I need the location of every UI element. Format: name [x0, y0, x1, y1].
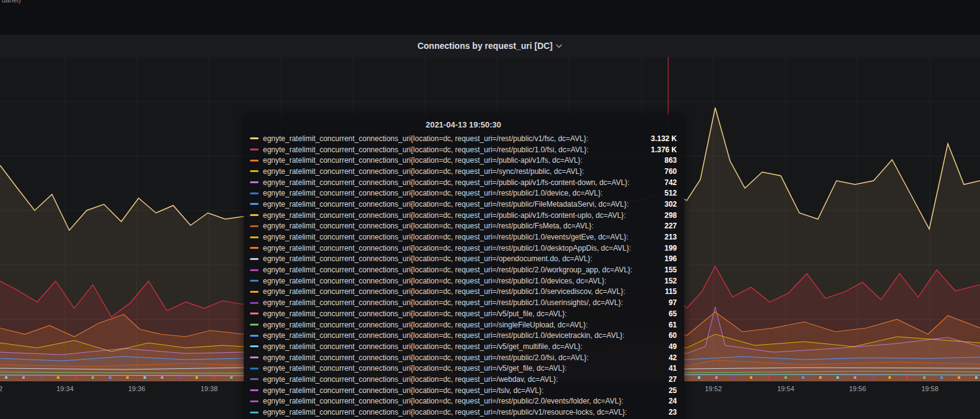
series-point-marker — [178, 376, 181, 379]
tooltip-series-row: egnyte_ratelimit_concurrent_connections_… — [250, 243, 677, 254]
series-color-icon — [250, 368, 259, 369]
series-color-icon — [250, 170, 259, 172]
series-value: 227 — [641, 222, 677, 230]
panel-title: Connections by request_uri [DC] — [418, 41, 553, 51]
tooltip-series-row: egnyte_ratelimit_concurrent_connections_… — [250, 144, 677, 155]
tooltip-series-row: egnyte_ratelimit_concurrent_connections_… — [250, 396, 677, 407]
series-color-icon — [250, 335, 259, 337]
series-point-marker — [715, 376, 718, 379]
series-color-icon — [250, 280, 259, 282]
series-value: 196 — [641, 254, 677, 263]
series-point-marker — [958, 376, 960, 379]
x-axis-tick: 19:38 — [200, 385, 218, 392]
series-value: 49 — [641, 342, 677, 351]
series-label: egnyte_ratelimit_concurrent_connections_… — [263, 331, 641, 340]
series-color-icon — [250, 389, 259, 391]
series-color-icon — [250, 247, 259, 249]
series-point-marker — [196, 376, 198, 379]
tooltip-series-row: egnyte_ratelimit_concurrent_connections_… — [250, 287, 677, 298]
tooltip-series-row: egnyte_ratelimit_concurrent_connections_… — [250, 155, 677, 166]
series-point-marker — [871, 376, 874, 379]
x-axis-tick: 19:54 — [777, 385, 794, 392]
series-value: 863 — [641, 156, 677, 165]
tooltip-series-row: egnyte_ratelimit_concurrent_connections_… — [250, 221, 677, 232]
series-color-icon — [250, 225, 259, 227]
series-point-marker — [923, 376, 926, 379]
series-point-marker — [767, 376, 770, 379]
series-value: 302 — [641, 200, 677, 209]
series-color-icon — [250, 291, 259, 293]
tooltip-series-row: egnyte_ratelimit_concurrent_connections_… — [250, 385, 677, 396]
panel-header[interactable]: Connections by request_uri [DC] — [0, 35, 980, 57]
series-point-marker — [784, 376, 787, 379]
series-color-icon — [250, 160, 259, 162]
series-label: egnyte_ratelimit_concurrent_connections_… — [263, 353, 641, 362]
tooltip-series-row: egnyte_ratelimit_concurrent_connections_… — [250, 352, 677, 363]
series-point-marker — [940, 376, 943, 379]
chevron-down-icon — [556, 44, 562, 48]
graph-tooltip: 2021-04-13 19:50:30 egnyte_ratelimit_con… — [244, 115, 684, 419]
series-point-marker — [74, 376, 77, 379]
x-axis-tick: 19:58 — [921, 385, 939, 392]
series-point-marker — [836, 376, 839, 379]
series-label: egnyte_ratelimit_concurrent_connections_… — [263, 222, 641, 230]
series-point-marker — [40, 376, 42, 379]
series-label: egnyte_ratelimit_concurrent_connections_… — [263, 145, 641, 154]
series-label: egnyte_ratelimit_concurrent_connections_… — [263, 408, 641, 417]
series-point-marker — [888, 376, 891, 379]
series-point-marker — [213, 376, 215, 379]
tooltip-series-row: egnyte_ratelimit_concurrent_connections_… — [250, 330, 677, 341]
series-point-marker — [698, 376, 700, 379]
tooltip-series-row: egnyte_ratelimit_concurrent_connections_… — [250, 275, 677, 287]
clipped-panel-text: uariel) — [2, 0, 21, 4]
series-label: egnyte_ratelimit_concurrent_connections_… — [263, 321, 641, 329]
tooltip-series-row: egnyte_ratelimit_concurrent_connections_… — [250, 133, 677, 144]
series-label: egnyte_ratelimit_concurrent_connections_… — [263, 397, 641, 405]
series-label: egnyte_ratelimit_concurrent_connections_… — [263, 233, 641, 241]
tooltip-series-row: egnyte_ratelimit_concurrent_connections_… — [250, 374, 677, 385]
series-label: egnyte_ratelimit_concurrent_connections_… — [263, 211, 641, 220]
series-label: egnyte_ratelimit_concurrent_connections_… — [263, 342, 641, 351]
series-point-marker — [57, 376, 59, 379]
series-value: 760 — [641, 167, 677, 176]
series-label: egnyte_ratelimit_concurrent_connections_… — [263, 200, 641, 209]
series-label: egnyte_ratelimit_concurrent_connections_… — [263, 287, 641, 296]
series-value: 1.376 K — [641, 145, 677, 154]
series-value: 115 — [641, 287, 677, 296]
series-point-marker — [750, 376, 752, 379]
series-value: 65 — [641, 309, 677, 318]
x-axis-tick: 19:34 — [56, 385, 74, 392]
series-label: egnyte_ratelimit_concurrent_connections_… — [263, 189, 641, 197]
series-label: egnyte_ratelimit_concurrent_connections_… — [263, 364, 641, 373]
series-point-marker — [144, 376, 146, 379]
series-point-marker — [230, 376, 233, 379]
series-label: egnyte_ratelimit_concurrent_connections_… — [263, 298, 641, 307]
series-point-marker — [161, 376, 163, 379]
tooltip-series-row: egnyte_ratelimit_concurrent_connections_… — [250, 264, 677, 275]
tooltip-series-row: egnyte_ratelimit_concurrent_connections_… — [250, 319, 677, 330]
tooltip-series-row: egnyte_ratelimit_concurrent_connections_… — [250, 308, 677, 319]
series-label: egnyte_ratelimit_concurrent_connections_… — [263, 178, 641, 187]
x-axis-tick: 2 — [0, 385, 2, 392]
tooltip-series-row: egnyte_ratelimit_concurrent_connections_… — [250, 231, 677, 243]
top-strip: uariel) — [0, 0, 980, 35]
series-color-icon — [250, 258, 259, 260]
series-color-icon — [250, 181, 259, 183]
series-color-icon — [250, 192, 259, 194]
series-value: 42 — [641, 353, 677, 362]
series-point-marker — [733, 376, 735, 379]
series-point-marker — [109, 376, 111, 379]
x-axis-tick: 19:56 — [849, 385, 866, 392]
tooltip-timestamp: 2021-04-13 19:50:30 — [250, 120, 677, 133]
x-axis-tick: 19:52 — [705, 385, 722, 392]
series-value: 199 — [641, 244, 677, 253]
series-point-marker — [126, 376, 129, 379]
series-value: 41 — [641, 364, 677, 373]
series-label: egnyte_ratelimit_concurrent_connections_… — [263, 254, 641, 263]
x-axis-tick: 19:36 — [128, 385, 145, 392]
tooltip-series-row: egnyte_ratelimit_concurrent_connections_… — [250, 166, 677, 177]
series-label: egnyte_ratelimit_concurrent_connections_… — [263, 375, 641, 384]
series-label: egnyte_ratelimit_concurrent_connections_… — [263, 386, 641, 395]
series-color-icon — [250, 236, 259, 238]
series-color-icon — [250, 302, 259, 304]
